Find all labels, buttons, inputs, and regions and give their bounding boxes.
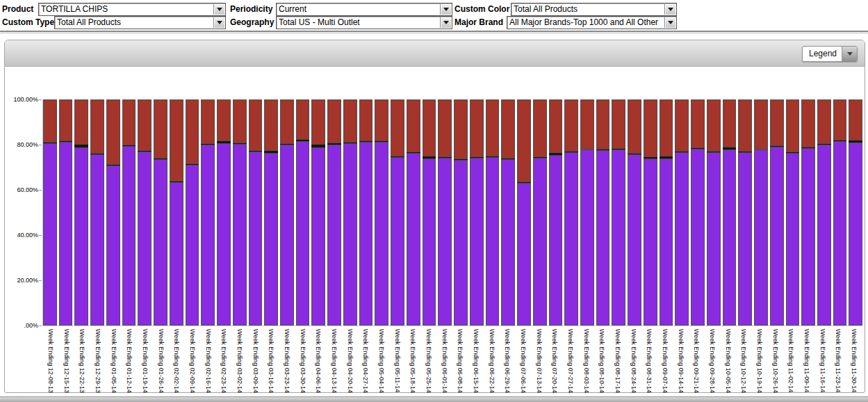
bar-segment-red[interactable] <box>454 99 468 159</box>
bar-segment-red[interactable] <box>438 99 452 157</box>
bar-12-22-13[interactable] <box>74 99 88 325</box>
bar-segment-purple[interactable] <box>359 142 373 325</box>
bar-02-23-14[interactable] <box>217 99 231 325</box>
bar-segment-purple[interactable] <box>391 157 404 325</box>
bar-segment-red[interactable] <box>470 99 484 157</box>
bar-segment-purple[interactable] <box>296 141 310 325</box>
bar-01-19-14[interactable] <box>138 99 152 325</box>
bar-12-29-13[interactable] <box>90 99 104 325</box>
bar-segment-red[interactable] <box>786 99 800 152</box>
bar-segment-purple[interactable] <box>170 182 183 325</box>
bar-segment-purple[interactable] <box>233 144 247 325</box>
bar-segment-red[interactable] <box>770 99 784 146</box>
bar-04-20-14[interactable] <box>343 99 357 325</box>
bar-segment-purple[interactable] <box>517 183 531 325</box>
bar-segment-purple[interactable] <box>90 154 104 325</box>
bar-segment-purple[interactable] <box>375 142 388 325</box>
bar-segment-red[interactable] <box>564 99 578 152</box>
bar-segment-red[interactable] <box>691 99 705 148</box>
bar-segment-red[interactable] <box>707 99 721 152</box>
bar-07-13-14[interactable] <box>533 99 547 325</box>
bar-04-13-14[interactable] <box>327 99 341 325</box>
bar-03-16-14[interactable] <box>264 99 278 325</box>
bar-segment-purple[interactable] <box>817 145 831 325</box>
bar-05-18-14[interactable] <box>407 99 420 325</box>
bar-segment-red[interactable] <box>644 99 657 157</box>
bar-segment-red[interactable] <box>549 99 563 153</box>
bar-segment-purple[interactable] <box>801 148 815 325</box>
bar-segment-red[interactable] <box>90 99 104 154</box>
bar-segment-purple[interactable] <box>486 157 500 325</box>
bar-segment-red[interactable] <box>280 99 294 144</box>
bar-11-30-14[interactable] <box>849 99 862 325</box>
bar-segment-red[interactable] <box>106 99 120 165</box>
bar-segment-red[interactable] <box>801 99 815 147</box>
bar-03-30-14[interactable] <box>296 99 310 325</box>
bar-05-04-14[interactable] <box>375 99 388 325</box>
bar-11-16-14[interactable] <box>817 99 831 325</box>
bar-segment-red[interactable] <box>43 99 57 143</box>
chevron-down-icon[interactable] <box>440 17 451 28</box>
bar-11-02-14[interactable] <box>786 99 800 325</box>
bar-11-23-14[interactable] <box>833 99 847 325</box>
bar-07-06-14[interactable] <box>517 99 531 325</box>
bar-segment-purple[interactable] <box>612 150 625 325</box>
major-brand-select[interactable]: All Major Brands-Top 1000 and All Other <box>507 16 677 29</box>
bar-segment-purple[interactable] <box>154 159 167 325</box>
geography-select[interactable]: Total US - Multi Outlet <box>276 16 452 29</box>
bar-segment-red[interactable] <box>723 99 737 147</box>
custom-color-select[interactable]: Total All Products <box>511 3 677 16</box>
bar-segment-purple[interactable] <box>833 141 847 325</box>
bar-01-12-14[interactable] <box>122 99 136 325</box>
bar-segment-red[interactable] <box>849 99 862 140</box>
bar-segment-purple[interactable] <box>59 142 73 325</box>
bar-segment-purple[interactable] <box>217 143 231 325</box>
bar-03-02-14[interactable] <box>233 99 247 325</box>
bar-04-06-14[interactable] <box>311 99 325 325</box>
bar-segment-red[interactable] <box>580 99 594 150</box>
bar-segment-purple[interactable] <box>723 150 737 325</box>
bar-segment-purple[interactable] <box>754 150 768 325</box>
bar-segment-purple[interactable] <box>596 150 610 325</box>
bar-09-14-14[interactable] <box>675 99 689 325</box>
bar-08-31-14[interactable] <box>644 99 657 325</box>
bar-segment-red[interactable] <box>170 99 183 182</box>
bar-03-23-14[interactable] <box>280 99 294 325</box>
bar-06-29-14[interactable] <box>501 99 515 325</box>
bar-segment-purple[interactable] <box>186 165 199 325</box>
bar-segment-purple[interactable] <box>201 145 215 325</box>
bar-07-20-14[interactable] <box>549 99 563 325</box>
bar-segment-red[interactable] <box>217 99 231 141</box>
bar-segment-purple[interactable] <box>249 152 263 325</box>
bar-segment-red[interactable] <box>612 99 625 149</box>
bar-segment-red[interactable] <box>311 99 325 145</box>
bar-segment-purple[interactable] <box>644 159 657 325</box>
bar-segment-purple[interactable] <box>501 159 515 325</box>
bar-segment-purple[interactable] <box>74 147 88 325</box>
bar-segment-purple[interactable] <box>470 158 484 325</box>
bar-segment-purple[interactable] <box>738 152 752 325</box>
bar-segment-red[interactable] <box>738 99 752 152</box>
bar-12-08-13[interactable] <box>43 99 57 325</box>
bar-segment-red[interactable] <box>660 99 673 156</box>
bar-segment-red[interactable] <box>249 99 263 151</box>
bar-09-07-14[interactable] <box>660 99 673 325</box>
bar-11-09-14[interactable] <box>801 99 815 325</box>
bar-segment-red[interactable] <box>833 99 847 140</box>
bar-03-09-14[interactable] <box>249 99 263 325</box>
bar-06-22-14[interactable] <box>486 99 500 325</box>
bar-segment-red[interactable] <box>391 99 404 156</box>
bar-segment-red[interactable] <box>74 99 88 145</box>
custom-type-select[interactable]: Total All Products <box>54 16 226 29</box>
bar-02-02-14[interactable] <box>170 99 183 325</box>
chevron-down-icon[interactable] <box>842 47 857 61</box>
bar-06-15-14[interactable] <box>470 99 484 325</box>
bar-segment-purple[interactable] <box>580 150 594 325</box>
bar-segment-purple[interactable] <box>549 155 563 325</box>
bar-segment-red[interactable] <box>675 99 689 152</box>
bar-segment-purple[interactable] <box>438 158 452 325</box>
bar-segment-red[interactable] <box>138 99 152 151</box>
bar-segment-purple[interactable] <box>423 159 436 325</box>
bar-08-10-14[interactable] <box>596 99 610 325</box>
bar-segment-red[interactable] <box>628 99 641 154</box>
